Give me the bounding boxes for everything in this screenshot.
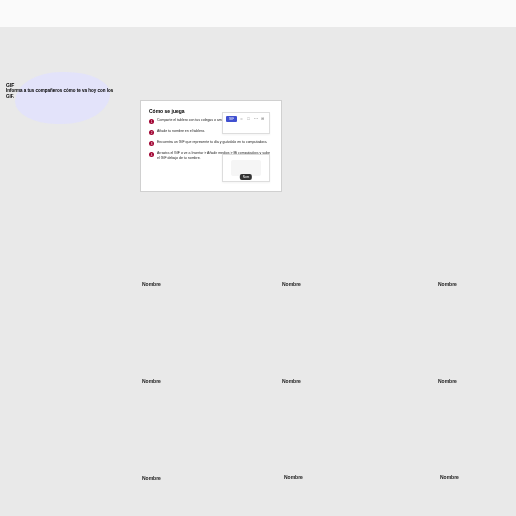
gif-header: GIF Informa a tus compañeros cómo te va … — [6, 82, 116, 101]
step-text: Comparte el tablero con tus colegas o am… — [157, 118, 229, 123]
media-tag: Nom — [240, 174, 252, 180]
media-placeholder: Nom — [231, 160, 261, 176]
workspace[interactable]: GIF Informa a tus compañeros cómo te va … — [0, 27, 516, 516]
gif-button[interactable]: GIF — [226, 116, 237, 122]
name-label[interactable]: Nombre — [142, 378, 161, 384]
step-num: 4 — [149, 152, 154, 157]
name-label[interactable]: Nombre — [440, 474, 459, 480]
step-num: 2 — [149, 130, 154, 135]
name-label[interactable]: Nombre — [142, 281, 161, 287]
step-num: 3 — [149, 141, 154, 146]
circle-icon[interactable]: ○ — [239, 116, 244, 121]
preview-media[interactable]: Nom — [222, 154, 270, 182]
preview-toolbar[interactable]: GIF ○ □ ⋯ ⊞ — [222, 112, 270, 134]
name-label[interactable]: Nombre — [438, 281, 457, 287]
step-text: Añade tu nombre en el tablero. — [157, 129, 205, 134]
step-text: Encuentra un GIF que represente tu día y… — [157, 140, 267, 145]
name-label[interactable]: Nombre — [142, 475, 161, 481]
step-num: 1 — [149, 119, 154, 124]
grid-icon[interactable]: ⊞ — [260, 116, 265, 121]
dots-icon[interactable]: ⋯ — [253, 116, 258, 121]
name-label[interactable]: Nombre — [284, 474, 303, 480]
gif-subtitle: Informa a tus compañeros cómo te va hoy … — [6, 88, 116, 101]
topbar — [0, 0, 516, 27]
name-label[interactable]: Nombre — [282, 378, 301, 384]
name-label[interactable]: Nombre — [282, 281, 301, 287]
square-icon[interactable]: □ — [246, 116, 251, 121]
name-label[interactable]: Nombre — [438, 378, 457, 384]
preview-bar: GIF ○ □ ⋯ ⊞ — [223, 113, 269, 125]
step-3: 3 Encuentra un GIF que represente tu día… — [149, 140, 273, 146]
